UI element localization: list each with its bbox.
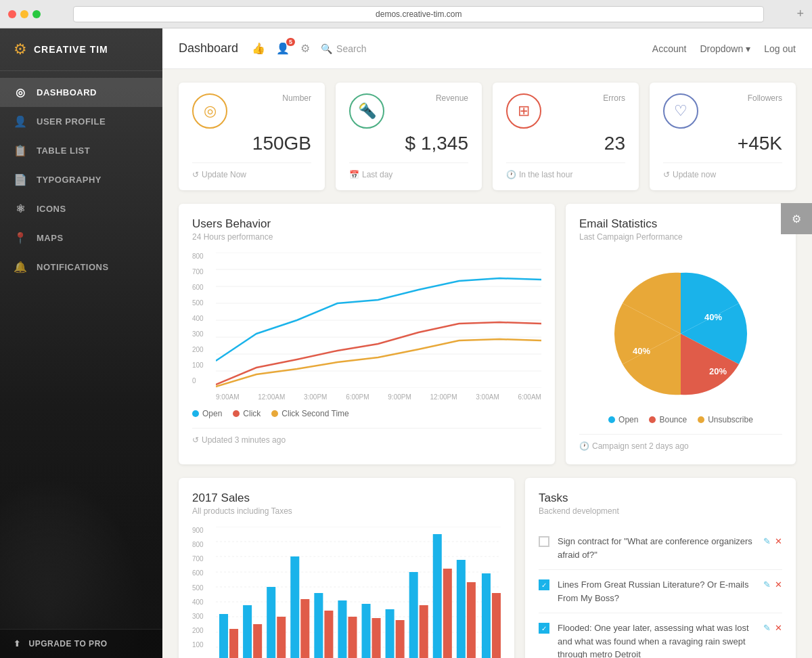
- address-bar[interactable]: demos.creative-tim.com: [73, 6, 764, 22]
- minimize-btn[interactable]: [20, 10, 28, 18]
- notification-badge[interactable]: 👤 5: [276, 42, 290, 55]
- task-checkbox-3[interactable]: ✓: [539, 623, 549, 634]
- nav-label-user-profile: USER PROFILE: [37, 116, 106, 127]
- main-content: Dashboard 👍 👤 5 ⚙ 🔍 Search Account Dropd…: [162, 28, 812, 658]
- thumbs-up-icon[interactable]: 👍: [252, 42, 265, 55]
- stat-label-1: Revenue: [436, 93, 468, 103]
- nav-label-table-list: TABLE LIST: [37, 146, 90, 156]
- topnav-icons: 👍 👤 5 ⚙: [252, 42, 310, 55]
- task-delete-3[interactable]: ✕: [775, 623, 782, 633]
- new-tab-button[interactable]: +: [796, 7, 804, 21]
- stat-card-3: ♡ Followers +45K ↺ Update now: [650, 83, 796, 190]
- task-delete-1[interactable]: ✕: [775, 536, 782, 546]
- sidebar-item-notifications[interactable]: 🔔 NOTIFICATIONS: [0, 253, 162, 282]
- sidebar-item-user-profile[interactable]: 👤 USER PROFILE: [0, 107, 162, 136]
- stat-card-0: ◎ Number 150GB ↺ Update Now: [179, 83, 325, 190]
- bar-apr-red: [300, 599, 309, 658]
- task-edit-3[interactable]: ✎: [763, 623, 771, 633]
- bar-feb-cyan: [243, 605, 252, 658]
- dropdown-menu[interactable]: Dropdown ▾: [700, 43, 750, 54]
- clock-icon: 🕐: [579, 441, 589, 451]
- bar-dec-cyan: [482, 573, 491, 658]
- bar-feb-red: [253, 624, 262, 658]
- nav-label-typography: TYPOGRAPHY: [37, 175, 102, 185]
- gear-settings-button[interactable]: ⚙: [781, 203, 812, 234]
- email-card-header: Email Statistics Last Campaign Performan…: [579, 217, 782, 253]
- task-text-2: Lines From Great Russian Literature? Or …: [558, 578, 755, 605]
- bar-aug-cyan: [386, 609, 394, 658]
- email-footer-text: Campaign sent 2 days ago: [592, 441, 689, 451]
- sales-title: 2017 Sales: [192, 491, 501, 505]
- settings-icon[interactable]: ⚙: [300, 42, 310, 55]
- bar-y-600: 600: [192, 569, 212, 577]
- bar-may-cyan: [314, 593, 323, 658]
- users-behavior-title: Users Behavior: [192, 217, 541, 231]
- bar-y-900: 900: [192, 527, 212, 534]
- bar-y-500: 500: [192, 584, 212, 592]
- sidebar-item-maps[interactable]: 📍 MAPS: [0, 223, 162, 253]
- sidebar-content: ⚙ CREATIVE TIM ◎ DASHBOARD 👤 USER PROFIL…: [0, 28, 162, 658]
- search-bar[interactable]: 🔍 Search: [321, 43, 366, 54]
- pie-legend: Open Bounce Unsubscribe: [579, 415, 782, 424]
- bar-jan-cyan: [219, 614, 228, 658]
- logo-icon: ⚙: [14, 41, 27, 58]
- task-item-3: ✓ Flooded: One year later, assessing wha…: [539, 613, 782, 658]
- sidebar-item-table-list[interactable]: 📋 TABLE LIST: [0, 136, 162, 165]
- x-label-4: 6:00PM: [346, 393, 369, 401]
- stat-footer-icon-1: 📅: [349, 170, 359, 179]
- bar-y-100: 100: [192, 641, 212, 649]
- nav-label-icons: ICONS: [37, 204, 66, 214]
- task-checkbox-1[interactable]: [539, 536, 549, 547]
- close-btn[interactable]: [8, 10, 16, 18]
- logout-link[interactable]: Log out: [764, 43, 796, 54]
- sidebar-item-icons[interactable]: ⚛ ICONS: [0, 194, 162, 223]
- bar-sep-red: [420, 605, 428, 658]
- bar-chart-svg-wrap: [216, 527, 501, 658]
- stat-header-1: 🔦 Revenue: [349, 93, 468, 129]
- task-delete-2[interactable]: ✕: [775, 579, 782, 590]
- sidebar-item-dashboard[interactable]: ◎ DASHBOARD: [0, 78, 162, 107]
- tasks-card: Tasks Backend development Sign contract …: [525, 478, 796, 658]
- topnav: Dashboard 👍 👤 5 ⚙ 🔍 Search Account Dropd…: [162, 28, 812, 69]
- sidebar-logo[interactable]: ⚙ CREATIVE TIM: [0, 28, 162, 71]
- task-edit-2[interactable]: ✎: [763, 579, 771, 590]
- content-area: ◎ Number 150GB ↺ Update Now 🔦 Revenue $ …: [162, 69, 812, 658]
- y-label-400: 400: [192, 315, 212, 322]
- stat-footer-3: ↺ Update now: [663, 162, 782, 179]
- bar-apr-cyan: [290, 556, 299, 658]
- chevron-down-icon: ▾: [746, 43, 750, 54]
- task-checkbox-2[interactable]: ✓: [539, 579, 549, 590]
- task-edit-1[interactable]: ✎: [763, 536, 771, 546]
- email-stats-card: Email Statistics Last Campaign Performan…: [566, 204, 796, 464]
- legend-click2: Click Second Time: [271, 409, 348, 418]
- stat-label-0: Number: [282, 93, 311, 103]
- x-label-1: 9:00AM: [216, 393, 239, 401]
- x-label-5: 9:00PM: [388, 393, 411, 401]
- stat-footer-0: ↺ Update Now: [192, 162, 311, 179]
- search-label: Search: [336, 43, 366, 54]
- pie-legend-open: Open: [608, 415, 638, 424]
- pie-dot-bounce: [649, 416, 656, 423]
- upgrade-button[interactable]: ⬆ UPGRADE TO PRO: [0, 629, 162, 658]
- bar-oct-cyan: [433, 534, 442, 658]
- account-link[interactable]: Account: [652, 43, 687, 54]
- charts-row: Users Behavior 24 Hours performance 800 …: [179, 204, 796, 464]
- maximize-btn[interactable]: [32, 10, 41, 18]
- pie-dot-unsubscribe: [698, 416, 704, 423]
- nav-icon-maps: 📍: [14, 232, 27, 244]
- y-label-200: 200: [192, 346, 212, 353]
- sidebar-item-typography[interactable]: 📄 TYPOGRAPHY: [0, 165, 162, 194]
- nav-label-dashboard: DASHBOARD: [37, 87, 97, 97]
- stat-footer-text-2: In the last hour: [519, 170, 572, 179]
- stat-value-2: 23: [506, 133, 625, 154]
- stat-footer-icon-0: ↺: [192, 170, 199, 179]
- url-text: demos.creative-tim.com: [376, 9, 461, 19]
- nav-icon-dashboard: ◎: [14, 86, 27, 99]
- stat-value-1: $ 1,345: [349, 133, 468, 154]
- chart-legend: Open Click Click Second Time: [192, 409, 541, 418]
- page-title: Dashboard: [179, 41, 238, 56]
- tasks-list: Sign contract for "What are conference o…: [539, 527, 782, 658]
- legend-dot-click: [233, 410, 240, 417]
- stats-row: ◎ Number 150GB ↺ Update Now 🔦 Revenue $ …: [179, 83, 796, 190]
- y-label-800: 800: [192, 253, 212, 260]
